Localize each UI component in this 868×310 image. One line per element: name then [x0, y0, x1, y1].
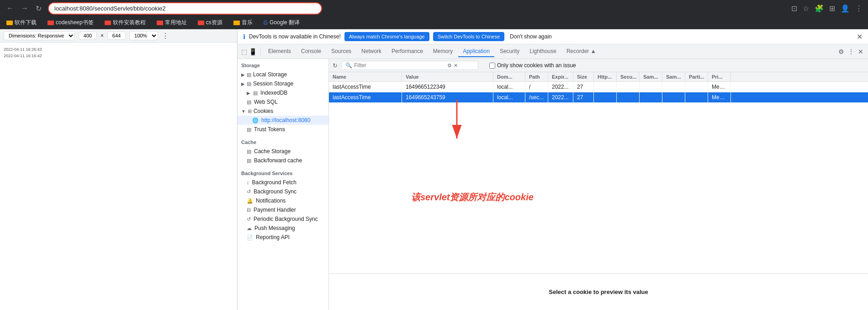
tab-search-button[interactable]: ⊞ — [827, 2, 837, 15]
devtools-sidebar: Storage ▶ ▤ Local Storage ▶ ▤ Session St… — [238, 59, 329, 310]
sidebar-item-trust-tokens[interactable]: ▤ Trust Tokens — [238, 125, 328, 134]
header-same1[interactable]: Sam... — [640, 72, 662, 81]
menu-button[interactable]: ⋮ — [853, 2, 864, 15]
expand-icon: ▶ — [247, 91, 250, 96]
cookie-table: Name Value Dom... Path Expir... Size Htt… — [329, 72, 868, 173]
filter-input[interactable] — [354, 62, 445, 69]
issue-filter-checkbox[interactable] — [489, 63, 495, 69]
more-tabs-button[interactable]: ⋮ — [847, 47, 855, 56]
devtools-device-button[interactable]: 📱 — [249, 48, 257, 55]
issue-filter-label: Only show cookies with an issue — [497, 62, 576, 69]
bookmark-label: 软件安装教程 — [113, 19, 146, 27]
table-row[interactable]: lastAccessTime 1649665122349 local... / … — [329, 82, 868, 92]
header-value[interactable]: Value — [402, 72, 493, 81]
tab-network[interactable]: Network — [357, 46, 386, 57]
tab-performance[interactable]: Performance — [387, 46, 428, 57]
table-row[interactable]: lastAccessTime 1649665243759 local... /s… — [329, 92, 868, 103]
width-input[interactable] — [79, 32, 97, 40]
push-icon: ☁ — [247, 225, 252, 231]
sidebar-item-back-forward-cache[interactable]: ▤ Back/forward cache — [238, 156, 328, 165]
refresh-button[interactable]: ↻ — [33, 2, 44, 15]
cast-button[interactable]: ⊡ — [789, 2, 799, 15]
sidebar-item-bg-fetch[interactable]: ↕ Background Fetch — [238, 178, 328, 187]
timestamp-line2: 2022-04-11 16:16:42 — [4, 53, 233, 59]
cell-secu-2 — [617, 92, 640, 102]
devtools-panel: ℹ DevTools is now available in Chinese! … — [238, 29, 868, 310]
sidebar-item-session-storage[interactable]: ▶ ▤ Session Storage — [238, 79, 328, 88]
header-parti[interactable]: Parti... — [685, 72, 708, 81]
close-notification-button[interactable]: ✕ — [857, 32, 863, 41]
devtools-main-content: ↻ 🔍 ⚙ ✕ Only show cookies with an issue — [329, 59, 868, 310]
web-sql-label: Web SQL — [254, 99, 278, 105]
bookmark-software-download[interactable]: 软件下载 — [4, 18, 39, 27]
bookmark-software-tutorial[interactable]: 软件安装教程 — [102, 18, 148, 27]
height-input[interactable] — [107, 32, 126, 40]
bookmark-codesheep[interactable]: codesheep书签 — [45, 18, 96, 27]
address-text[interactable]: localhost:8080/secondServlet/bbb/cookie2 — [54, 5, 166, 12]
filter-options-button[interactable]: ⚙ — [447, 63, 452, 69]
tab-memory[interactable]: Memory — [429, 46, 457, 57]
header-pri[interactable]: Pri... — [708, 72, 731, 81]
sidebar-item-cache-storage[interactable]: ▤ Cache Storage — [238, 147, 328, 156]
header-secu[interactable]: Secu... — [617, 72, 640, 81]
tab-console[interactable]: Console — [296, 46, 326, 57]
storage-icon: ▤ — [247, 81, 251, 87]
clear-filter-button[interactable]: ✕ — [454, 63, 458, 69]
header-http[interactable]: Http... — [594, 72, 617, 81]
push-messaging-label: Push Messaging — [254, 225, 295, 231]
sidebar-item-reporting-api[interactable]: 📄 Reporting API — [238, 233, 328, 242]
tab-recorder[interactable]: Recorder ▲ — [562, 46, 601, 57]
bg-fetch-label: Background Fetch — [252, 179, 296, 186]
sidebar-item-periodic-bg-sync[interactable]: ↺ Periodic Background Sync — [238, 214, 328, 224]
bookmark-music[interactable]: 音乐 — [231, 18, 255, 27]
bookmark-common-urls[interactable]: 常用地址 — [154, 18, 190, 27]
sidebar-item-web-sql[interactable]: ▤ Web SQL — [238, 97, 328, 107]
dimensions-select[interactable]: Dimensions: Responsive — [4, 31, 75, 40]
expand-icon: ▼ — [241, 109, 246, 114]
sidebar-item-bg-sync[interactable]: ↺ Background Sync — [238, 187, 328, 196]
extensions-button[interactable]: 🧩 — [813, 2, 826, 15]
header-path[interactable]: Path — [525, 72, 548, 81]
sidebar-item-localhost[interactable]: 🌐 http://localhost:8080 — [238, 116, 328, 125]
cache-icon2: ▤ — [247, 158, 251, 164]
sidebar-item-indexeddb[interactable]: ▶ ▤ IndexedDB — [238, 88, 328, 97]
tab-sources[interactable]: Sources — [327, 46, 356, 57]
bookmark-label: codesheep书签 — [56, 19, 94, 27]
cell-same1-2 — [640, 92, 662, 102]
tab-elements[interactable]: Elements — [264, 46, 296, 57]
back-button[interactable]: ← — [4, 2, 16, 14]
switch-chinese-button[interactable]: Switch DevTools to Chinese — [433, 32, 504, 41]
star-button[interactable]: ☆ — [801, 2, 811, 15]
dont-show-button[interactable]: Don't show again — [510, 33, 552, 40]
settings-icon-button[interactable]: ⚙ — [837, 47, 845, 56]
cell-http-2 — [594, 92, 617, 102]
bookmark-google-translate[interactable]: G Google 翻译 — [261, 18, 302, 27]
devtools-inspect-button[interactable]: ⬚ — [241, 48, 247, 55]
bookmark-label: cs资源 — [206, 19, 222, 27]
zoom-select[interactable]: 100% — [129, 31, 158, 40]
sidebar-item-payment-handler[interactable]: ⊟ Payment Handler — [238, 205, 328, 214]
forward-button[interactable]: → — [18, 2, 31, 14]
cell-same2-2 — [662, 92, 685, 102]
header-same2[interactable]: Sam... — [662, 72, 685, 81]
tab-application[interactable]: Application — [458, 46, 494, 57]
sidebar-item-push-messaging[interactable]: ☁ Push Messaging — [238, 224, 328, 233]
tab-lighthouse[interactable]: Lighthouse — [525, 46, 561, 57]
cell-parti-2 — [685, 92, 708, 102]
sidebar-item-cookies[interactable]: ▼ ⊞ Cookies — [238, 107, 328, 116]
more-options-button[interactable]: ⋮ — [162, 32, 169, 40]
sidebar-item-local-storage[interactable]: ▶ ▤ Local Storage — [238, 70, 328, 79]
header-expires[interactable]: Expir... — [548, 72, 573, 81]
bookmark-icon-yellow2 — [233, 21, 240, 25]
tab-security[interactable]: Security — [495, 46, 524, 57]
header-domain[interactable]: Dom... — [493, 72, 525, 81]
header-size[interactable]: Size — [573, 72, 594, 81]
profile-button[interactable]: 👤 — [839, 2, 852, 15]
refresh-cookies-button[interactable]: ↻ — [333, 62, 338, 69]
header-name[interactable]: Name — [329, 72, 402, 81]
bookmark-cs-resources[interactable]: cs资源 — [195, 18, 225, 27]
trust-tokens-label: Trust Tokens — [254, 126, 285, 133]
sidebar-item-notifications[interactable]: 🔔 Notifications — [238, 196, 328, 205]
close-devtools-button[interactable]: ✕ — [857, 47, 864, 56]
match-language-button[interactable]: Always match Chrome's language — [344, 32, 429, 41]
